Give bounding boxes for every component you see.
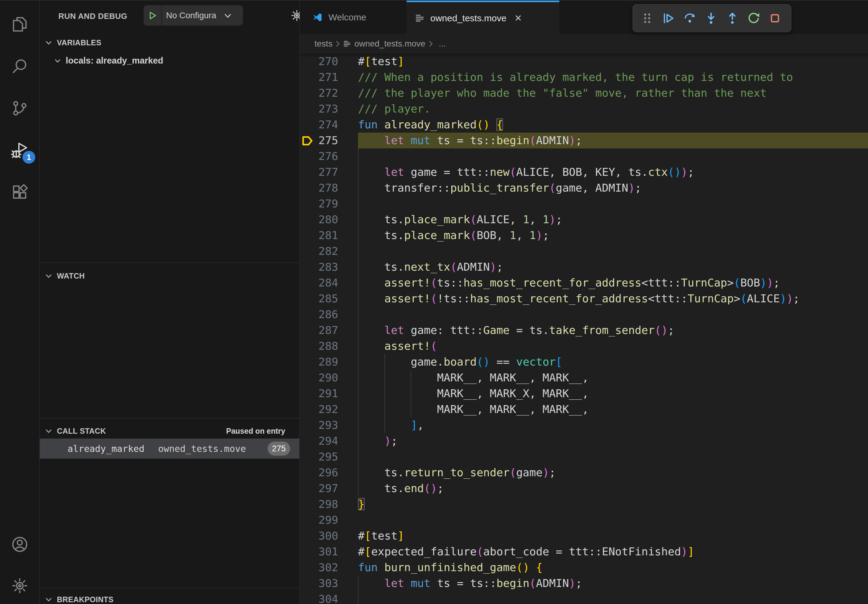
code-line[interactable]: 279 bbox=[300, 196, 868, 212]
code-line-content[interactable]: #[test] bbox=[358, 528, 868, 544]
gutter[interactable]: 293 bbox=[300, 417, 358, 433]
code-line[interactable]: 289 game.board() == vector[ bbox=[300, 354, 868, 370]
gutter[interactable]: 278 bbox=[300, 180, 358, 196]
code-line-content[interactable]: ts.return_to_sender(game); bbox=[358, 465, 868, 480]
code-line[interactable]: 304 bbox=[300, 591, 868, 604]
code-line-content[interactable]: let mut ts = ts::begin(ADMIN); bbox=[358, 133, 868, 149]
gutter[interactable]: 274 bbox=[300, 117, 358, 133]
code-line[interactable]: 273/// player. bbox=[300, 101, 868, 117]
variables-section-header[interactable]: VARIABLES bbox=[40, 36, 299, 50]
code-line[interactable]: 293 ], bbox=[300, 417, 868, 433]
code-line-content[interactable]: assert!(ts::has_most_recent_for_address<… bbox=[358, 275, 868, 291]
code-line-content[interactable]: } bbox=[358, 496, 868, 512]
code-line[interactable]: 282 bbox=[300, 243, 868, 259]
code-line-content[interactable]: game.board() == vector[ bbox=[358, 354, 868, 370]
search-icon[interactable] bbox=[0, 48, 40, 85]
code-line[interactable]: 271/// When a position is already marked… bbox=[300, 69, 868, 85]
code-line-content[interactable]: fun burn_unfinished_game() { bbox=[358, 560, 868, 575]
launch-configuration-picker[interactable]: No Configura bbox=[144, 5, 243, 26]
code-line-content[interactable]: ], bbox=[358, 417, 868, 433]
gutter[interactable]: 304 bbox=[300, 591, 358, 604]
call-stack-section-header[interactable]: CALL STACK Paused on entry bbox=[40, 424, 299, 438]
settings-icon[interactable] bbox=[0, 567, 40, 604]
source-control-icon[interactable] bbox=[0, 90, 40, 127]
code-line[interactable]: 276 bbox=[300, 149, 868, 164]
tab-label[interactable]: owned_tests.move bbox=[430, 13, 506, 23]
restart-icon[interactable] bbox=[743, 7, 764, 30]
close-icon[interactable]: ✕ bbox=[514, 13, 522, 23]
code-line[interactable]: 297 ts.end(); bbox=[300, 480, 868, 496]
step-out-icon[interactable] bbox=[722, 7, 743, 30]
start-debugging-icon[interactable] bbox=[144, 5, 162, 26]
tab-owned-tests-move[interactable]: owned_tests.move ✕ bbox=[407, 1, 559, 34]
code-line-content[interactable]: /// player. bbox=[358, 101, 868, 117]
code-line[interactable]: 284 assert!(ts::has_most_recent_for_addr… bbox=[300, 275, 868, 291]
gutter[interactable]: 303 bbox=[300, 575, 358, 591]
step-into-icon[interactable] bbox=[701, 7, 722, 30]
gutter[interactable]: 292 bbox=[300, 401, 358, 417]
gutter[interactable]: 271 bbox=[300, 69, 358, 85]
code-line[interactable]: 281 ts.place_mark(BOB, 1, 1); bbox=[300, 228, 868, 243]
code-line[interactable]: 280 ts.place_mark(ALICE, 1, 1); bbox=[300, 212, 868, 228]
gutter[interactable]: 283 bbox=[300, 259, 358, 275]
run-and-debug-icon[interactable]: 1 bbox=[0, 132, 40, 169]
variables-scope-row[interactable]: locals: already_marked bbox=[40, 52, 299, 69]
watch-section-header[interactable]: WATCH bbox=[40, 269, 299, 283]
gutter[interactable]: 272 bbox=[300, 85, 358, 101]
continue-icon[interactable] bbox=[658, 7, 679, 30]
code-line-content[interactable]: MARK__, MARK__, MARK__, bbox=[358, 401, 868, 417]
breakpoints-section-header[interactable]: BREAKPOINTS bbox=[40, 592, 299, 604]
breadcrumb-file[interactable]: owned_tests.move bbox=[354, 39, 425, 49]
gutter[interactable]: 298 bbox=[300, 496, 358, 512]
gutter[interactable]: 301 bbox=[300, 544, 358, 560]
configuration-label[interactable]: No Configura bbox=[162, 11, 223, 20]
code-line[interactable]: 290 MARK__, MARK__, MARK__, bbox=[300, 370, 868, 386]
account-icon[interactable] bbox=[0, 526, 40, 563]
code-line[interactable]: 301#[expected_failure(abort_code = ttt::… bbox=[300, 544, 868, 560]
gutter[interactable]: 277 bbox=[300, 164, 358, 180]
code-line-content[interactable]: /// When a position is already marked, t… bbox=[358, 69, 868, 85]
gutter[interactable]: 296 bbox=[300, 465, 358, 480]
explorer-icon[interactable] bbox=[0, 6, 40, 43]
code-line-content[interactable]: assert!(!ts::has_most_recent_for_address… bbox=[358, 291, 868, 307]
gutter[interactable]: 282 bbox=[300, 243, 358, 259]
gutter[interactable]: 280 bbox=[300, 212, 358, 228]
code-line-content[interactable] bbox=[358, 307, 868, 322]
code-line-content[interactable] bbox=[358, 243, 868, 259]
code-editor[interactable]: 270#[test]271/// When a position is alre… bbox=[300, 54, 868, 604]
gutter[interactable]: 286 bbox=[300, 307, 358, 322]
breadcrumb-symbol[interactable]: ... bbox=[439, 39, 446, 49]
current-execution-line[interactable]: 275 let mut ts = ts::begin(ADMIN); bbox=[300, 133, 868, 149]
code-line-content[interactable]: #[expected_failure(abort_code = ttt::ENo… bbox=[358, 544, 868, 560]
code-line-content[interactable]: let mut ts = ts::begin(ADMIN); bbox=[358, 575, 868, 591]
gutter[interactable]: 273 bbox=[300, 101, 358, 117]
gutter[interactable]: 287 bbox=[300, 322, 358, 338]
code-line-content[interactable]: #[test] bbox=[358, 54, 868, 69]
gutter[interactable]: 284 bbox=[300, 275, 358, 291]
code-line-content[interactable] bbox=[358, 591, 868, 604]
code-line-content[interactable]: ); bbox=[358, 433, 868, 449]
code-line-content[interactable]: MARK__, MARK_X, MARK__, bbox=[358, 386, 868, 401]
code-line-content[interactable]: ts.end(); bbox=[358, 480, 868, 496]
call-stack-frame-row[interactable]: already_marked owned_tests.move 275 bbox=[40, 438, 299, 458]
code-line[interactable]: 286 bbox=[300, 307, 868, 322]
code-line[interactable]: 298} bbox=[300, 496, 868, 512]
code-line[interactable]: 272/// the player who made the "false" m… bbox=[300, 85, 868, 101]
code-line[interactable]: 288 assert!( bbox=[300, 338, 868, 354]
code-line-content[interactable]: /// the player who made the "false" move… bbox=[358, 85, 868, 101]
code-line-content[interactable]: assert!( bbox=[358, 338, 868, 354]
breadcrumb-folder[interactable]: tests bbox=[315, 39, 332, 49]
gutter[interactable]: 289 bbox=[300, 354, 358, 370]
code-line-content[interactable]: fun already_marked() { bbox=[358, 117, 868, 133]
gutter[interactable]: 275 bbox=[300, 133, 358, 149]
gutter[interactable]: 302 bbox=[300, 560, 358, 575]
gutter[interactable]: 285 bbox=[300, 291, 358, 307]
code-line[interactable]: 299 bbox=[300, 512, 868, 528]
code-line[interactable]: 303 let mut ts = ts::begin(ADMIN); bbox=[300, 575, 868, 591]
drag-handle-icon[interactable] bbox=[637, 7, 658, 30]
code-line[interactable]: 302fun burn_unfinished_game() { bbox=[300, 560, 868, 575]
code-line[interactable]: 278 transfer::public_transfer(game, ADMI… bbox=[300, 180, 868, 196]
code-line[interactable]: 295 bbox=[300, 449, 868, 465]
gutter[interactable]: 297 bbox=[300, 480, 358, 496]
code-line-content[interactable]: transfer::public_transfer(game, ADMIN); bbox=[358, 180, 868, 196]
